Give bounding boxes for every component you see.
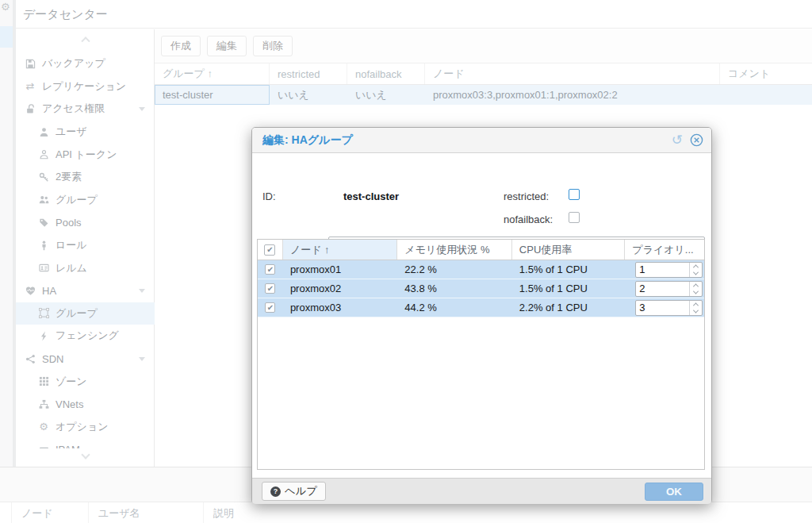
column-header-memory[interactable]: メモリ使用状況 % — [397, 240, 511, 260]
spinner-up-icon[interactable] — [690, 301, 702, 308]
priority-spinner[interactable]: 2 — [635, 281, 703, 297]
cell-priority: 2 — [625, 279, 704, 298]
priority-spinner[interactable]: 3 — [635, 300, 703, 316]
ok-button[interactable]: OK — [645, 483, 703, 501]
cell-memory[interactable]: 44.2 % — [397, 298, 511, 317]
row-checkbox[interactable]: ✔ — [265, 264, 275, 275]
column-header-priority[interactable]: プライオリ... — [625, 240, 704, 260]
close-icon[interactable] — [690, 133, 703, 147]
id-value: test-cluster — [343, 190, 399, 202]
cell-node[interactable]: proxmox01 — [283, 260, 397, 279]
dialog-title: 編集: HAグループ — [262, 133, 672, 148]
edit-ha-group-dialog: 編集: HAグループ ↺ ID: test-cluster restricted… — [251, 127, 712, 504]
help-button[interactable]: ? ヘルプ — [262, 482, 326, 501]
node-table-header: ✔ ノード ↑ メモリ使用状況 % CPU使用率 プライオリ... — [258, 240, 704, 260]
spinner-up-icon[interactable] — [690, 263, 702, 270]
spinner-down-icon[interactable] — [690, 289, 702, 296]
priority-value[interactable]: 3 — [636, 301, 689, 315]
spinner-up-icon[interactable] — [690, 282, 702, 289]
cell-priority: 1 — [625, 260, 704, 279]
cell-node[interactable]: proxmox02 — [283, 279, 397, 298]
spinner-down-icon[interactable] — [690, 308, 702, 315]
cell-memory[interactable]: 22.2 % — [397, 260, 511, 279]
priority-value[interactable]: 2 — [636, 282, 689, 296]
restricted-label: restricted: — [504, 190, 549, 202]
column-header-node[interactable]: ノード ↑ — [283, 240, 397, 260]
select-all-checkbox[interactable]: ✔ — [264, 244, 275, 256]
priority-spinner[interactable]: 1 — [635, 262, 703, 278]
row-select-cell[interactable]: ✔ — [258, 260, 283, 279]
cell-cpu[interactable]: 2.2% of 1 CPU — [512, 298, 626, 317]
priority-value[interactable]: 1 — [636, 263, 689, 277]
table-row[interactable]: ✔ proxmox01 22.2 % 1.5% of 1 CPU 1 — [258, 260, 704, 279]
nofailback-checkbox[interactable] — [569, 212, 580, 223]
table-row[interactable]: ✔ proxmox02 43.8 % 1.5% of 1 CPU 2 — [258, 279, 704, 298]
nofailback-label: nofailback: — [504, 213, 553, 225]
dialog-header: 編集: HAグループ ↺ — [252, 128, 711, 153]
help-button-label: ヘルプ — [285, 484, 317, 498]
row-select-cell[interactable]: ✔ — [258, 279, 283, 298]
row-checkbox[interactable]: ✔ — [265, 283, 275, 294]
id-label: ID: — [262, 190, 276, 202]
node-table: ✔ ノード ↑ メモリ使用状況 % CPU使用率 プライオリ... ✔ prox… — [257, 239, 705, 470]
select-all-cell[interactable]: ✔ — [258, 240, 283, 260]
row-checkbox[interactable]: ✔ — [265, 302, 275, 313]
cell-cpu[interactable]: 1.5% of 1 CPU — [512, 260, 626, 279]
dialog-footer: ? ヘルプ OK — [252, 478, 711, 504]
cell-memory[interactable]: 43.8 % — [397, 279, 511, 298]
dialog-body: ID: test-cluster restricted: nofailback:… — [252, 153, 711, 479]
cell-node[interactable]: proxmox03 — [283, 298, 397, 317]
restricted-checkbox[interactable] — [569, 189, 580, 200]
row-select-cell[interactable]: ✔ — [258, 298, 283, 317]
cell-priority: 3 — [625, 298, 704, 317]
table-row[interactable]: ✔ proxmox03 44.2 % 2.2% of 1 CPU 3 — [258, 298, 704, 317]
spinner-down-icon[interactable] — [690, 270, 702, 277]
column-header-cpu[interactable]: CPU使用率 — [512, 240, 626, 260]
undo-icon[interactable]: ↺ — [672, 133, 683, 147]
cell-cpu[interactable]: 1.5% of 1 CPU — [512, 279, 626, 298]
question-icon: ? — [270, 486, 281, 497]
